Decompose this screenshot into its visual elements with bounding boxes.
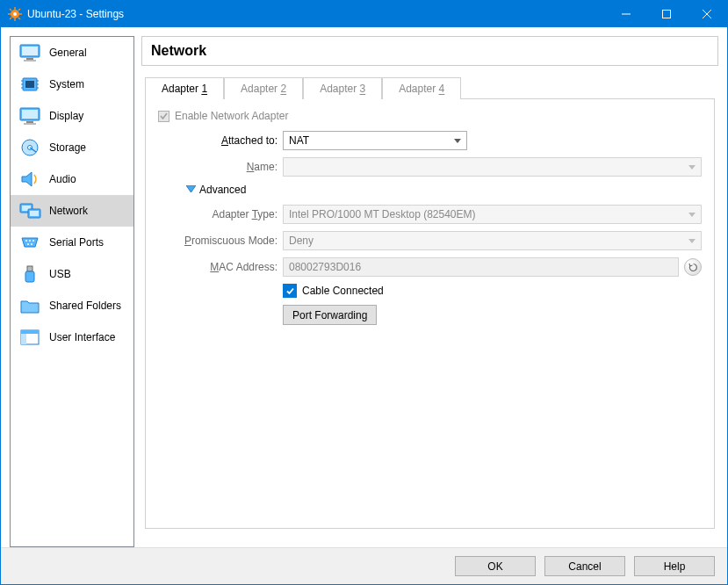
speaker-icon [18,169,42,190]
attached-to-value: NAT [289,134,309,147]
sidebar-item-label: USB [49,268,71,280]
content: Adapter 1 Adapter 2 Adapter 3 Adapter 4 … [141,66,718,547]
titlebar[interactable]: Ubuntu-23 - Settings [1,1,727,27]
promiscuous-mode-value: Deny [289,235,314,247]
sidebar-item-label: Storage [49,141,86,154]
port-forwarding-row: Port Forwarding [158,305,702,325]
mac-address-field: 08002793D016 [283,257,679,277]
sidebar-item-label: Display [49,110,83,122]
refresh-icon [688,263,698,272]
svg-rect-41 [27,266,32,271]
help-button[interactable]: Help [634,556,715,576]
svg-line-6 [18,18,20,19]
svg-rect-19 [25,81,34,88]
sidebar-item-display[interactable]: Display [11,100,133,132]
adapter-type-value: Intel PRO/1000 MT Desktop (82540EM) [289,208,476,220]
sidebar-item-audio[interactable]: Audio [11,163,133,195]
settings-window: Ubuntu-23 - Settings General System Disp… [0,0,728,585]
sidebar-item-label: Network [49,205,88,217]
sidebar-item-serial-ports[interactable]: Serial Ports [11,227,133,258]
display-icon [18,105,42,126]
attached-to-combo[interactable]: NAT [283,131,467,150]
mac-address-label: MAC Address: [158,261,283,273]
main-panel: Network Adapter 1 Adapter 2 Adapter 3 Ad… [141,36,718,547]
dialog-footer: OK Cancel Help [1,547,727,584]
chevron-down-icon [454,134,461,147]
ok-button[interactable]: OK [455,556,536,576]
window-title: Ubuntu-23 - Settings [27,8,606,20]
svg-rect-17 [24,60,36,61]
sidebar: General System Display Storage Audio [10,36,134,547]
sidebar-item-label: Audio [49,173,76,185]
tab-adapter-4[interactable]: Adapter 4 [382,77,461,99]
svg-point-36 [25,240,27,242]
sidebar-item-network[interactable]: Network [11,195,133,227]
enable-adapter-checkbox [158,111,169,122]
svg-rect-16 [26,58,33,60]
svg-point-37 [29,240,31,242]
disk-icon [18,137,42,158]
cancel-button[interactable]: Cancel [544,556,625,576]
sidebar-item-storage[interactable]: Storage [11,132,133,163]
mac-refresh-button[interactable] [684,258,702,276]
promiscuous-mode-label: Promiscuous Mode: [158,235,283,247]
name-row: Name: [158,157,702,177]
cable-connected-label: Cable Connected [302,285,384,297]
window-controls [606,1,727,27]
enable-adapter-label: Enable Network Adapter [175,110,288,122]
sidebar-item-label: System [49,78,84,90]
enable-adapter-row: Enable Network Adapter [158,110,702,122]
sidebar-item-user-interface[interactable]: User Interface [11,321,133,353]
network-icon [18,200,42,221]
svg-rect-27 [22,110,38,119]
chevron-down-icon [688,208,696,220]
tab-adapter-2[interactable]: Adapter 2 [224,77,303,99]
svg-rect-29 [24,123,36,125]
page-header: Network [141,36,718,66]
sidebar-item-label: Serial Ports [49,236,104,249]
sidebar-item-shared-folders[interactable]: Shared Folders [11,290,133,321]
tabstrip: Adapter 1 Adapter 2 Adapter 3 Adapter 4 [145,76,715,98]
sidebar-item-general[interactable]: General [11,37,133,69]
adapter-type-row: Adapter Type: Intel PRO/1000 MT Desktop … [158,205,702,224]
sidebar-item-system[interactable]: System [11,69,133,100]
sidebar-item-label: General [49,47,87,59]
client-area: General System Display Storage Audio [1,27,727,584]
tab-adapter-3[interactable]: Adapter 3 [303,77,382,99]
advanced-label: Advanced [199,184,246,196]
sidebar-item-usb[interactable]: USB [11,258,133,290]
close-button[interactable] [687,1,727,27]
promiscuous-mode-combo: Deny [283,231,702,250]
svg-rect-45 [21,334,26,344]
svg-point-39 [27,243,29,245]
sidebar-item-label: Shared Folders [49,300,121,312]
svg-line-8 [18,9,20,11]
cable-connected-checkbox[interactable] [283,284,297,298]
chevron-down-icon [688,161,696,173]
adapter-type-label: Adapter Type: [158,208,283,220]
name-label: Name: [158,161,283,173]
layout-icon [18,327,42,348]
advanced-toggle[interactable]: Advanced [186,184,702,196]
svg-rect-42 [25,271,34,282]
svg-rect-11 [663,11,671,18]
chevron-down-icon [688,235,696,247]
triangle-down-icon [186,184,196,196]
attached-to-row: Attached to: NAT [158,131,702,150]
svg-point-38 [32,240,34,242]
svg-rect-28 [26,121,33,123]
cable-connected-row: Cable Connected [158,284,702,298]
app-icon [8,7,22,21]
attached-to-label: Attached to: [158,134,283,147]
serial-icon [18,232,42,253]
port-forwarding-button[interactable]: Port Forwarding [283,305,377,325]
mac-address-row: MAC Address: 08002793D016 [158,257,702,277]
minimize-button[interactable] [606,1,646,27]
maximize-button[interactable] [646,1,687,27]
svg-rect-15 [22,47,38,55]
promiscuous-mode-row: Promiscuous Mode: Deny [158,231,702,250]
svg-rect-44 [21,330,39,334]
usb-icon [18,264,42,285]
tab-adapter-1[interactable]: Adapter 1 [145,77,224,99]
monitor-icon [18,42,42,63]
